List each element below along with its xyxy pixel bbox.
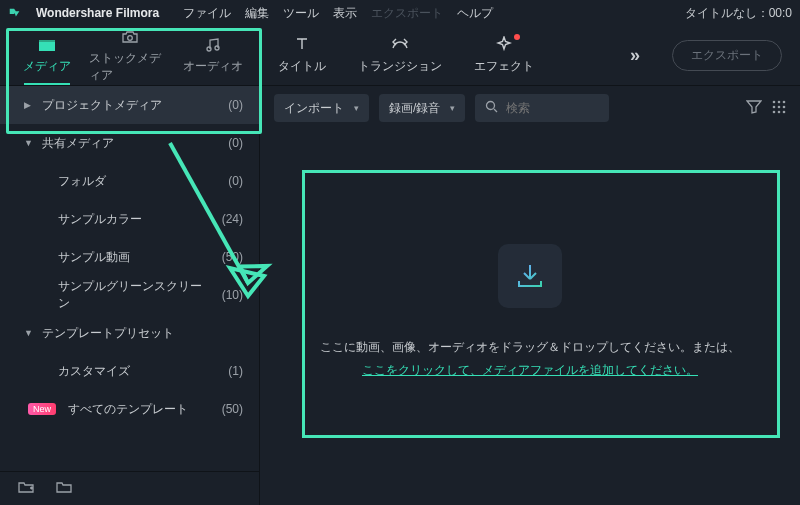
text-icon (294, 36, 310, 54)
tab-stock-label: ストックメディア (89, 50, 172, 84)
svg-point-4 (487, 102, 495, 110)
chevron-down-icon: ▼ (24, 328, 34, 338)
sidebar-item-count: (0) (228, 98, 243, 112)
chevron-down-icon: ▾ (354, 103, 359, 113)
export-button[interactable]: エクスポート (672, 40, 782, 71)
secondary-tabs: タイトル トランジション エフェクト » エクスポート (260, 26, 800, 85)
tab-transition[interactable]: トランジション (358, 36, 442, 75)
svg-point-3 (215, 46, 219, 50)
menu-export[interactable]: エクスポート (371, 5, 443, 22)
sidebar-item-sample-video[interactable]: サンプル動画 (50) (0, 238, 259, 276)
svg-point-14 (783, 110, 786, 113)
svg-point-9 (773, 105, 776, 108)
notification-dot-icon (514, 34, 520, 40)
sidebar-item-label: カスタマイズ (58, 363, 220, 380)
sidebar-item-label: テンプレートプリセット (42, 325, 243, 342)
new-badge: New (28, 403, 56, 415)
tab-effect-label: エフェクト (474, 58, 534, 75)
app-logo-icon (8, 6, 22, 20)
top-toolstrip: メディア ストックメディア オーディオ タイトル トランジシ (0, 26, 800, 86)
search-icon (485, 100, 498, 116)
svg-rect-0 (39, 40, 55, 42)
tab-title[interactable]: タイトル (278, 36, 326, 75)
sidebar-item-sample-green[interactable]: サンプルグリーンスクリーン (10) (0, 276, 259, 314)
svg-point-1 (128, 35, 133, 40)
menubar: Wondershare Filmora ファイル 編集 ツール 表示 エクスポー… (0, 0, 800, 26)
music-note-icon (204, 36, 222, 54)
menu-file[interactable]: ファイル (183, 5, 231, 22)
download-icon (498, 244, 562, 308)
folder-icon (38, 36, 56, 54)
svg-point-10 (778, 105, 781, 108)
sidebar-item-label: サンプルグリーンスクリーン (58, 278, 214, 312)
folder-icon[interactable] (56, 480, 72, 497)
tab-effect[interactable]: エフェクト (474, 36, 534, 75)
search-input[interactable] (506, 101, 599, 115)
sidebar-item-project-media[interactable]: ▶ プロジェクトメディア (0) (0, 86, 259, 124)
svg-point-11 (783, 105, 786, 108)
svg-line-5 (494, 109, 497, 112)
dropzone-text: ここに動画、画像、オーディオをドラッグ＆ドロップしてください。または、 ここをク… (320, 336, 740, 382)
svg-point-2 (207, 47, 211, 51)
svg-point-13 (778, 110, 781, 113)
document-title: タイトルなし：00:0 (685, 5, 792, 22)
main-panel: インポート ▾ 録画/録音 ▾ (260, 86, 800, 505)
filter-icon[interactable] (746, 100, 762, 117)
chevron-down-icon: ▾ (450, 103, 455, 113)
more-button[interactable]: » (630, 45, 640, 66)
media-dropzone[interactable]: ここに動画、画像、オーディオをドラッグ＆ドロップしてください。または、 ここをク… (278, 138, 782, 487)
tab-audio-label: オーディオ (183, 58, 243, 75)
sidebar-footer (0, 471, 259, 505)
import-dropdown[interactable]: インポート ▾ (274, 94, 369, 122)
sidebar-item-count: (50) (222, 250, 243, 264)
svg-point-8 (783, 100, 786, 103)
media-sidebar: ▶ プロジェクトメディア (0) ▼ 共有メディア (0) フォルダ (0) サ… (0, 86, 260, 505)
sidebar-item-folder[interactable]: フォルダ (0) (0, 162, 259, 200)
new-folder-plus-icon[interactable] (18, 480, 34, 497)
sidebar-item-count: (10) (222, 288, 243, 302)
svg-point-12 (773, 110, 776, 113)
chevron-down-icon: ▼ (24, 138, 34, 148)
transition-icon (391, 36, 409, 54)
sidebar-item-count: (0) (228, 136, 243, 150)
tab-media[interactable]: メディア (6, 26, 89, 85)
tab-media-label: メディア (23, 58, 71, 75)
tab-transition-label: トランジション (358, 58, 442, 75)
tab-audio[interactable]: オーディオ (171, 26, 254, 85)
svg-point-6 (773, 100, 776, 103)
tab-title-label: タイトル (278, 58, 326, 75)
sidebar-item-label: すべてのテンプレート (68, 401, 214, 418)
sidebar-item-label: フォルダ (58, 173, 220, 190)
app-name: Wondershare Filmora (36, 6, 159, 20)
sidebar-item-count: (0) (228, 174, 243, 188)
record-dropdown[interactable]: 録画/録音 ▾ (379, 94, 465, 122)
sidebar-item-label: サンプル動画 (58, 249, 214, 266)
primary-tabs: メディア ストックメディア オーディオ (0, 26, 260, 85)
sparkle-icon (496, 36, 512, 54)
sidebar-item-count: (50) (222, 402, 243, 416)
sidebar-item-count: (1) (228, 364, 243, 378)
sidebar-item-label: サンプルカラー (58, 211, 214, 228)
dropzone-line1: ここに動画、画像、オーディオをドラッグ＆ドロップしてください。または、 (320, 336, 740, 359)
menu-view[interactable]: 表示 (333, 5, 357, 22)
chevron-right-icon: ▶ (24, 100, 34, 110)
sidebar-item-shared-media[interactable]: ▼ 共有メディア (0) (0, 124, 259, 162)
svg-point-7 (778, 100, 781, 103)
search-box[interactable] (475, 94, 609, 122)
grid-view-icon[interactable] (772, 100, 786, 117)
sidebar-item-sample-color[interactable]: サンプルカラー (24) (0, 200, 259, 238)
tab-stock-media[interactable]: ストックメディア (89, 26, 172, 85)
sidebar-item-all-templates[interactable]: New すべてのテンプレート (50) (0, 390, 259, 428)
menu-edit[interactable]: 編集 (245, 5, 269, 22)
sidebar-item-template-preset[interactable]: ▼ テンプレートプリセット (0, 314, 259, 352)
sidebar-item-customize[interactable]: カスタマイズ (1) (0, 352, 259, 390)
sidebar-item-count: (24) (222, 212, 243, 226)
menu-tool[interactable]: ツール (283, 5, 319, 22)
camera-icon (121, 28, 139, 46)
import-label: インポート (284, 100, 344, 117)
menu-help[interactable]: ヘルプ (457, 5, 493, 22)
main-toolbar: インポート ▾ 録画/録音 ▾ (260, 86, 800, 130)
sidebar-item-label: 共有メディア (42, 135, 220, 152)
record-label: 録画/録音 (389, 100, 440, 117)
dropzone-link[interactable]: ここをクリックして、メディアファイルを追加してください。 (362, 363, 698, 377)
